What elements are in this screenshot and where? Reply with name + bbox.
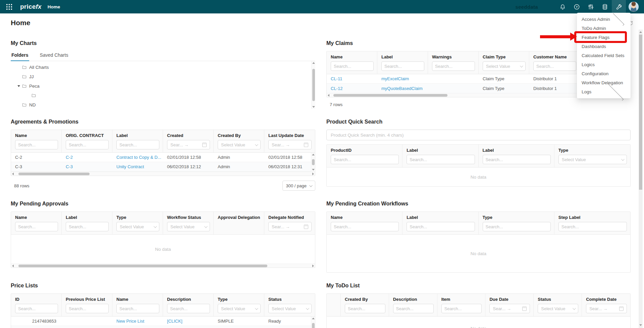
tree-item[interactable]: Peca (11, 81, 315, 91)
filter-search-input[interactable] (407, 222, 475, 231)
pricefx-logo[interactable]: pricefx (20, 3, 42, 10)
filter-date-input[interactable]: Sear... → (167, 140, 210, 149)
tree-caret-box[interactable] (15, 85, 22, 87)
column-header[interactable]: Claim Type (479, 51, 529, 60)
vertical-scrollbar[interactable] (311, 317, 315, 328)
cell-link[interactable]: CL-11 (331, 76, 342, 81)
scroll-down-arrow-icon[interactable] (639, 324, 642, 326)
settings-sliders-icon[interactable] (584, 0, 598, 13)
menu-item-dashboards[interactable]: Dashboards (577, 42, 631, 51)
filter-search-input[interactable] (558, 222, 627, 231)
column-header[interactable]: ID (11, 294, 62, 302)
column-header[interactable]: Created By (341, 294, 389, 302)
menu-item-workflow-delegation[interactable]: Workflow Delegation (577, 78, 631, 87)
column-header[interactable]: Name (11, 130, 62, 139)
tree-item[interactable]: All Charts (11, 62, 315, 72)
filter-search-input[interactable] (15, 222, 58, 231)
filter-search-input[interactable] (441, 304, 482, 313)
column-header[interactable]: Description (389, 294, 437, 302)
horizontal-scrollbar[interactable] (11, 264, 315, 268)
scroll-up-arrow-icon[interactable] (312, 154, 315, 155)
scroll-down-arrow-icon[interactable] (312, 169, 315, 171)
menu-item-feature-flags[interactable]: Feature Flags (577, 33, 631, 42)
scroll-up-arrow-icon[interactable] (312, 318, 315, 319)
column-header[interactable]: Previous Price List (62, 294, 112, 302)
table-row[interactable]: 2147483653New Price List[CLICK]SIMPLERea… (11, 317, 315, 326)
filter-select[interactable]: Select Value (538, 304, 578, 313)
filter-search-input[interactable] (483, 155, 551, 164)
column-header[interactable]: Type (112, 212, 163, 221)
column-header[interactable]: Name (11, 212, 62, 221)
filter-select[interactable]: Select Value (483, 61, 526, 71)
column-header[interactable]: Type (479, 212, 554, 221)
scrollbar-thumb[interactable] (312, 323, 315, 328)
filter-search-input[interactable] (15, 140, 58, 149)
scroll-right-arrow-icon[interactable] (312, 173, 314, 175)
filter-search-input[interactable] (483, 222, 551, 231)
cell-link[interactable]: C-3 (66, 164, 73, 169)
help-icon[interactable]: ? (570, 0, 584, 13)
filter-search-input[interactable] (15, 304, 58, 313)
filter-select[interactable]: Select Value (116, 222, 159, 231)
scrollbar-thumb[interactable] (312, 69, 315, 101)
scrollbar-thumb[interactable] (333, 94, 447, 97)
column-header[interactable]: Label (402, 145, 478, 153)
column-header[interactable]: Status (264, 294, 315, 302)
column-header[interactable]: Created (163, 130, 214, 139)
column-header[interactable]: Workflow Status (163, 212, 214, 221)
column-header[interactable]: Due Date (485, 294, 534, 302)
column-header[interactable]: Approval Delegation (214, 212, 264, 221)
filter-search-input[interactable] (66, 222, 109, 231)
filter-search-input[interactable] (533, 61, 576, 71)
column-header[interactable]: Name (327, 51, 377, 60)
administration-wrench-icon[interactable] (612, 0, 626, 13)
column-header[interactable]: Last Update Date (264, 130, 315, 139)
scroll-left-arrow-icon[interactable] (12, 265, 14, 267)
column-header[interactable]: Label (112, 130, 163, 139)
filter-date-input[interactable]: Sear... → (268, 222, 312, 231)
filter-date-input[interactable]: Sear... → (268, 140, 312, 149)
cell-link[interactable]: C-2 (66, 155, 73, 160)
filter-select[interactable]: Select Value (268, 304, 312, 313)
filter-search-input[interactable] (331, 222, 399, 231)
column-header[interactable]: Customer Name (529, 51, 580, 60)
scrollbar-track[interactable] (15, 172, 311, 176)
cell-link[interactable]: myQuoteBasedClaim (381, 86, 423, 91)
caret-down-icon[interactable] (17, 85, 20, 87)
filter-date-input[interactable]: Sear... → (489, 304, 530, 313)
filter-select[interactable]: Select Value (218, 304, 261, 313)
tree-item[interactable]: JJ (11, 72, 315, 81)
column-header[interactable]: Label (402, 212, 478, 221)
column-header[interactable]: Description (163, 294, 214, 302)
filter-search-input[interactable] (331, 155, 399, 164)
table-row[interactable]: C-2C-2Contract to Copy & D...02/01/2018 … (11, 153, 315, 162)
product-quick-search-input[interactable] (326, 130, 631, 140)
column-header[interactable]: Complete Date (582, 294, 630, 302)
scrollbar-track[interactable] (15, 264, 311, 268)
filter-search-input[interactable] (66, 140, 109, 149)
horizontal-scrollbar[interactable] (11, 172, 315, 176)
table-row[interactable]: 2147483655Price List to CopySIMPLEReady (11, 326, 315, 328)
notifications-bell-icon[interactable] (555, 0, 570, 13)
table-row[interactable]: C-3C-3Unity Contract06/02/2018 12:12Admi… (11, 162, 315, 172)
page-size-select[interactable]: 300 / page (282, 181, 315, 191)
tree-item[interactable]: ND (11, 100, 315, 109)
column-header[interactable]: ORIG. CONTRACT (62, 130, 112, 139)
cell-link[interactable]: CL-12 (331, 86, 342, 91)
column-header[interactable]: Type (554, 145, 630, 153)
scroll-up-arrow-icon[interactable] (312, 62, 315, 64)
filter-search-input[interactable] (116, 304, 159, 313)
column-header[interactable]: Label (377, 51, 428, 60)
column-header[interactable]: Label (62, 212, 112, 221)
scroll-up-arrow-icon[interactable] (639, 31, 642, 33)
filter-date-input[interactable]: Sear... → (586, 304, 627, 313)
filter-search-input[interactable] (66, 304, 109, 313)
filter-search-input[interactable] (345, 304, 385, 313)
filter-search-input[interactable] (407, 155, 475, 164)
scrollbar-thumb[interactable] (18, 173, 90, 175)
scroll-right-arrow-icon[interactable] (312, 265, 314, 267)
column-header[interactable]: Created By (214, 130, 264, 139)
menu-item-logics[interactable]: Logics (577, 60, 631, 69)
cell-link[interactable]: New Price List (116, 319, 144, 324)
filter-search-input[interactable] (167, 304, 210, 313)
